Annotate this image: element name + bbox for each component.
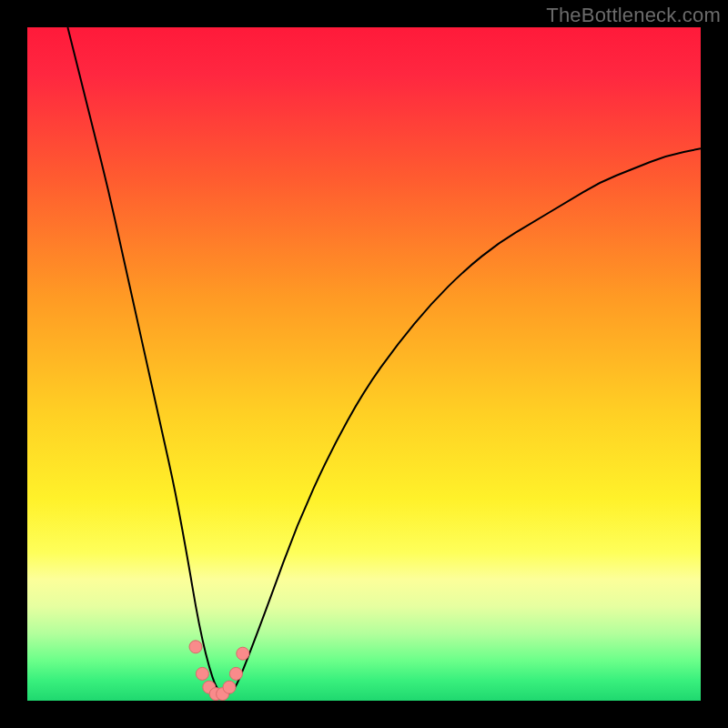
curve-layer bbox=[27, 27, 701, 701]
plot-area bbox=[27, 27, 701, 701]
marker-point bbox=[237, 647, 249, 660]
marker-point bbox=[229, 667, 242, 680]
watermark-label: TheBottleneck.com bbox=[546, 4, 721, 27]
marker-point bbox=[196, 667, 208, 680]
highlighted-points bbox=[189, 641, 249, 701]
chart-root: TheBottleneck.com bbox=[0, 0, 728, 728]
marker-point bbox=[189, 641, 202, 653]
bottleneck-curve bbox=[67, 27, 701, 694]
marker-point bbox=[223, 681, 236, 693]
